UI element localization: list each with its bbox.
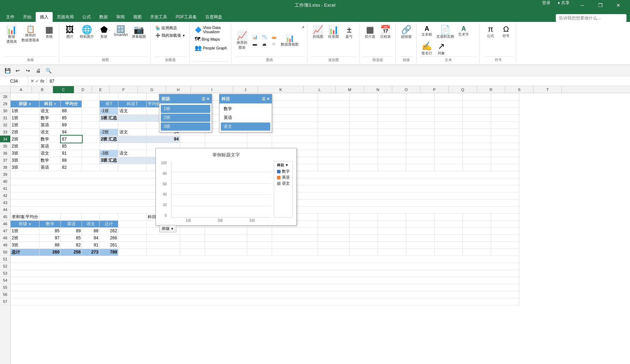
picture-button[interactable]: 🖼 图片 [63, 25, 77, 40]
cell-f50[interactable] [118, 249, 147, 256]
row-32[interactable]: 32 [0, 121, 10, 129]
cell-empty-51[interactable] [11, 256, 519, 263]
col-header-k[interactable]: K [258, 86, 304, 93]
cell-p45[interactable] [434, 213, 463, 220]
cell-k30[interactable] [272, 107, 318, 114]
row-54[interactable]: 54 [0, 277, 10, 284]
screenshot-button[interactable]: 📷 屏幕截图 [130, 25, 147, 40]
bing-maps-button[interactable]: 🗺 Bing Maps [193, 35, 221, 43]
search-input[interactable] [556, 14, 626, 22]
cell-f48[interactable] [118, 234, 147, 241]
cell-a29[interactable]: 班级 ▼ [11, 100, 40, 107]
col-header-l[interactable]: L [304, 86, 336, 93]
tab-pdf[interactable]: PDF工具集 [171, 12, 201, 22]
cell-b45[interactable] [40, 213, 61, 220]
cell-c36[interactable]: 91 [61, 150, 82, 157]
cell-o33[interactable] [406, 129, 434, 136]
cell-empty-52[interactable] [11, 263, 519, 270]
cell-o45[interactable] [406, 213, 434, 220]
cell-l45[interactable] [318, 213, 349, 220]
cell-m34[interactable] [349, 136, 378, 143]
cell-q48[interactable] [463, 234, 491, 241]
cell-f36[interactable]: 语文 [118, 150, 147, 157]
cell-o30[interactable] [406, 107, 434, 114]
slicer-filter-icon[interactable]: ☰ [202, 97, 205, 101]
pivot-table-button[interactable]: 📊 数据透视表 [5, 25, 19, 45]
cell-q36[interactable] [463, 150, 491, 157]
col-header-d[interactable]: D [74, 86, 92, 93]
search-qa-button[interactable]: 🔍 [44, 66, 53, 75]
col-header-g[interactable]: G [138, 86, 166, 93]
close-button[interactable]: ✕ [610, 0, 626, 11]
cell-l46[interactable] [318, 220, 349, 227]
login-button[interactable]: 登录 [539, 0, 553, 11]
cell-j48[interactable] [247, 234, 272, 241]
col-header-h[interactable]: H [166, 86, 191, 93]
cell-b30[interactable]: 语文 [40, 107, 61, 114]
cell-p35[interactable] [434, 143, 463, 150]
cell-o37[interactable] [406, 157, 434, 164]
header-footer-button[interactable]: 📄 页眉和页脚 [435, 25, 455, 40]
cell-d46[interactable]: 语文 [82, 220, 100, 227]
cell-k31[interactable] [272, 114, 318, 121]
cell-d48[interactable]: 94 [82, 234, 100, 241]
cell-d28[interactable] [82, 93, 100, 100]
col-header-t[interactable]: T [534, 86, 562, 93]
cell-d31[interactable] [82, 114, 100, 121]
cell-reference[interactable]: C34 [0, 76, 28, 86]
cell-b32[interactable]: 英语 [40, 121, 61, 129]
cell-f33[interactable]: 语文 [118, 129, 147, 136]
cell-h50[interactable] [180, 249, 205, 256]
cell-l38[interactable] [318, 164, 349, 171]
cell-m30[interactable] [349, 107, 378, 114]
cell-o29[interactable] [406, 100, 434, 107]
tab-view[interactable]: 视图 [129, 12, 146, 22]
cell-f45[interactable] [118, 213, 147, 220]
cell-c48[interactable]: 85 [61, 234, 82, 241]
cell-l48[interactable] [318, 234, 349, 241]
cell-e29[interactable]: 班T [100, 100, 118, 107]
row-57[interactable]: 57 [0, 298, 10, 305]
row-52[interactable]: 52 [0, 263, 10, 270]
cell-a35[interactable]: 2班 [11, 143, 40, 150]
cell-a31[interactable]: 1班 [11, 114, 40, 121]
cell-m35[interactable] [349, 143, 378, 150]
charts-expand-button[interactable]: ↗ [301, 25, 304, 29]
cell-p32[interactable] [434, 121, 463, 129]
tab-page-layout[interactable]: 页面布局 [53, 12, 78, 22]
row-43[interactable]: 43 [0, 199, 10, 206]
cell-n36[interactable] [378, 150, 406, 157]
cell-l31[interactable] [318, 114, 349, 121]
bar-chart-button[interactable]: ▬ [251, 41, 259, 47]
online-picture-button[interactable]: 🌐 联机图片 [78, 25, 95, 40]
cell-n50[interactable] [378, 249, 406, 256]
cell-c46[interactable]: 英语 [61, 220, 82, 227]
slicer-class-item-1[interactable]: 1班 [161, 105, 210, 113]
redo-button[interactable]: ↪ [23, 66, 33, 75]
cell-f29[interactable]: 科目T [118, 100, 147, 107]
cell-f28[interactable] [118, 93, 147, 100]
cell-k33[interactable] [272, 129, 318, 136]
cell-m36[interactable] [349, 150, 378, 157]
recommend-charts-button[interactable]: 📈 推荐的图表 [235, 31, 249, 51]
cell-n45[interactable] [378, 213, 406, 220]
cell-q35[interactable] [463, 143, 491, 150]
chart-filter-button[interactable]: 班级 ▼ [159, 225, 176, 232]
cell-c50[interactable]: 256 [61, 249, 82, 256]
cell-f30[interactable]: 语文 [118, 107, 147, 114]
cell-e33[interactable]: -2班 [100, 129, 118, 136]
cell-n30[interactable] [378, 107, 406, 114]
cell-d49[interactable]: 91 [82, 241, 100, 249]
cell-d29[interactable] [82, 100, 100, 107]
cell-k32[interactable] [272, 121, 318, 129]
cell-h34[interactable] [180, 136, 205, 143]
cell-i48[interactable] [205, 234, 247, 241]
cell-r28[interactable] [491, 93, 519, 100]
cell-q30[interactable] [463, 107, 491, 114]
cell-d45[interactable] [82, 213, 100, 220]
slicer-button[interactable]: ▦ 切片器 [363, 25, 377, 40]
cell-d50[interactable]: 273 [82, 249, 100, 256]
row-42[interactable]: 42 [0, 192, 10, 199]
col-header-f[interactable]: F [110, 86, 138, 93]
cell-l47[interactable] [318, 227, 349, 234]
